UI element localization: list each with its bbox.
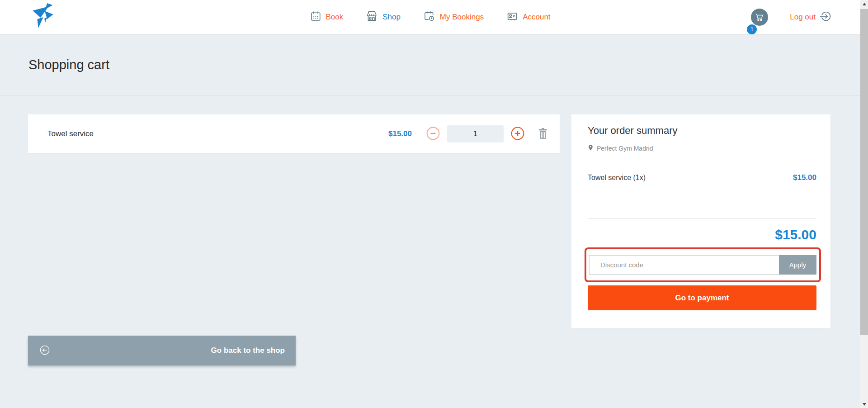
back-arrow-circle-icon (39, 345, 50, 357)
item-price: $15.00 (388, 129, 412, 138)
trash-icon (537, 127, 549, 141)
quantity-input[interactable] (447, 125, 504, 142)
nav-shop[interactable]: Shop (366, 10, 401, 24)
location-pin-icon (588, 144, 594, 152)
decrease-quantity-button[interactable] (426, 127, 440, 141)
scrollbar-thumb[interactable] (860, 9, 868, 335)
vertical-scrollbar (860, 0, 868, 408)
header-right: 1 Log out (751, 0, 832, 34)
discount-row: Apply (589, 255, 816, 275)
nav-my-bookings-label: My Bookings (440, 13, 484, 22)
page: Book Shop (0, 0, 860, 408)
perfect-gym-logo-icon (32, 3, 56, 31)
summary-line-item: Towel service (1x) $15.00 (588, 173, 816, 182)
remove-item-button[interactable] (537, 127, 549, 141)
order-total: $15.00 (588, 227, 816, 242)
account-id-card-icon (506, 10, 518, 24)
logo[interactable] (32, 4, 56, 30)
summary-title: Your order summary (588, 125, 816, 137)
calendar-icon (310, 10, 321, 24)
nav-book[interactable]: Book (310, 10, 343, 24)
main-nav: Book Shop (310, 0, 550, 34)
bookings-calendar-clock-icon (423, 10, 435, 24)
cart-button[interactable]: 1 (751, 9, 768, 26)
location-label: Perfect Gym Madrid (597, 145, 653, 152)
order-summary-panel: Your order summary Perfect Gym Madrid To… (571, 114, 830, 328)
nav-book-label: Book (326, 13, 343, 22)
nav-shop-label: Shop (382, 13, 401, 22)
go-to-payment-button[interactable]: Go to payment (588, 285, 816, 310)
page-title: Shopping cart (28, 57, 109, 72)
apply-discount-button[interactable]: Apply (779, 255, 816, 275)
nav-account[interactable]: Account (506, 10, 550, 24)
logout-label: Log out (790, 13, 816, 22)
item-name: Towel service (47, 129, 388, 138)
summary-item-name: Towel service (1x) (588, 174, 646, 182)
club-location: Perfect Gym Madrid (588, 144, 816, 152)
main-content: Towel service $15.00 (0, 96, 860, 408)
title-band: Shopping cart (0, 34, 860, 96)
cart-count-badge: 1 (747, 24, 757, 34)
cart-item-row: Towel service $15.00 (28, 114, 560, 153)
discount-annotation-box: Apply (585, 247, 821, 282)
top-navbar: Book Shop (0, 0, 860, 34)
nav-account-label: Account (523, 13, 550, 22)
summary-item-price: $15.00 (793, 173, 816, 182)
go-back-to-shop-button[interactable]: Go back to the shop (28, 336, 296, 365)
discount-code-input[interactable] (589, 255, 779, 275)
scroll-up-arrow[interactable] (860, 0, 868, 8)
increase-quantity-button[interactable] (511, 127, 524, 141)
logout-arrow-icon (819, 10, 832, 25)
shop-icon (366, 10, 378, 24)
cart-icon (751, 9, 768, 26)
nav-my-bookings[interactable]: My Bookings (423, 10, 484, 24)
scroll-down-arrow[interactable] (860, 400, 868, 408)
summary-divider (588, 218, 816, 219)
plus-circle-icon (511, 127, 524, 142)
minus-circle-icon (426, 127, 440, 142)
back-button-label: Go back to the shop (50, 346, 285, 355)
logout-button[interactable]: Log out (790, 10, 832, 25)
